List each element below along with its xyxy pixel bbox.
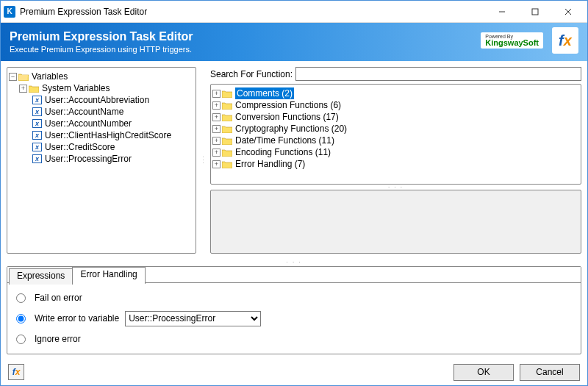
function-category-label: Conversion Functions (17) [235,111,339,123]
folder-icon [222,125,232,133]
radio-fail-label: Fail on error [35,293,82,303]
tree-item[interactable]: xUser::AccountAbbreviation [9,94,194,106]
tree-root-variables[interactable]: − Variables [9,71,194,82]
right-pane: Search For Function: +Comments (2)+Compr… [210,67,581,254]
content-area: − Variables +System VariablesxUser::Acco… [1,61,587,260]
tree-item-label: User::ClientHasHighCreditScore [45,129,171,141]
bottom-tabs: Expressions Error Handling Fail on error… [7,266,581,354]
window-title: Premium Expression Task Editor [20,7,485,17]
tree-item[interactable]: xUser::ProcessingError [9,153,194,165]
svg-rect-1 [532,9,538,15]
expand-icon[interactable]: + [212,149,220,157]
function-category[interactable]: +Encoding Functions (11) [212,146,579,158]
variable-icon: x [32,154,42,163]
cancel-button[interactable]: Cancel [520,364,580,381]
functions-tree[interactable]: +Comments (2)+Compression Functions (6)+… [210,84,581,185]
fx-button[interactable]: fx [8,364,24,380]
search-label: Search For Function: [210,69,293,79]
fx-logo: fx [552,27,578,54]
vertical-splitter[interactable]: ··· [201,67,206,254]
expand-icon[interactable]: + [212,101,220,110]
radio-write-to-variable[interactable]: Write error to variable User::Processing… [16,311,572,326]
variable-icon: x [32,119,42,128]
variable-icon: x [32,96,42,104]
function-category-label: Date/Time Functions (11) [235,135,334,146]
variable-icon: x [32,131,42,140]
radio-ignore-label: Ignore error [35,334,81,344]
folder-icon [222,90,232,98]
folder-icon [29,85,39,93]
window-root: K Premium Expression Task Editor Premium… [0,0,588,386]
expand-icon[interactable]: + [212,137,220,145]
function-category-label: Encoding Functions (11) [235,146,331,158]
powered-by-text: KingswaySoft [485,39,539,47]
function-category[interactable]: +Conversion Functions (17) [212,111,579,123]
tree-item-label: User::ProcessingError [45,153,132,165]
function-category[interactable]: +Compression Functions (6) [212,99,579,111]
function-category[interactable]: +Comments (2) [212,87,579,99]
expand-icon[interactable]: + [212,160,220,168]
radio-ignore-input[interactable] [16,335,26,344]
tree-item-label: User::CreditScore [45,141,115,153]
radio-fail-input[interactable] [16,293,26,303]
radio-ignore-error[interactable]: Ignore error [16,332,572,346]
expand-icon[interactable]: + [212,90,220,98]
collapse-icon[interactable]: − [9,73,17,81]
function-category[interactable]: +Date/Time Functions (11) [212,135,579,146]
tree-root-label: Variables [32,71,68,82]
footer-bar: fx OK Cancel [1,359,587,385]
tree-item[interactable]: xUser::AccountNumber [9,118,194,129]
close-icon [564,8,572,15]
folder-icon [222,149,232,157]
tab-body-error-handling: Fail on error Write error to variable Us… [7,283,581,354]
function-category-label: Error Handling (7) [235,158,305,170]
folder-open-icon [18,73,29,81]
header-banner: Premium Expression Task Editor Execute P… [1,23,587,61]
search-input[interactable] [295,67,581,81]
radio-write-label: Write error to variable [35,313,119,324]
radio-fail-on-error[interactable]: Fail on error [16,290,572,305]
folder-icon [222,160,232,168]
expand-icon[interactable]: + [19,85,27,93]
tree-item[interactable]: xUser::CreditScore [9,141,194,153]
tree-item-label: User::AccountName [45,106,123,118]
tree-item-label: User::AccountNumber [45,118,132,129]
variable-icon: x [32,107,42,116]
maximize-icon [531,8,539,15]
folder-icon [222,101,232,110]
maximize-button[interactable] [518,1,551,22]
expand-icon[interactable]: + [212,113,220,121]
title-bar: K Premium Expression Task Editor [1,1,587,23]
variables-tree[interactable]: − Variables +System VariablesxUser::Acco… [7,67,196,254]
banner-title: Premium Expression Task Editor [10,30,193,43]
variable-icon: x [32,143,42,151]
close-button[interactable] [551,1,584,22]
tab-error-handling[interactable]: Error Handling [72,267,145,284]
error-variable-select[interactable]: User::ProcessingError [125,311,261,326]
function-category[interactable]: +Error Handling (7) [212,158,579,170]
tree-item-label: System Variables [42,82,110,94]
tree-item-label: User::AccountAbbreviation [45,94,149,106]
kingswaysoft-logo: Powered By KingswaySoft [481,32,543,49]
folder-icon [222,113,232,121]
banner-subtitle: Execute Premium Expression using HTTP tr… [10,45,193,54]
minimize-icon [498,8,506,15]
function-category-label: Compression Functions (6) [235,99,341,111]
tab-strip: Expressions Error Handling [7,267,581,283]
radio-write-input[interactable] [16,314,26,324]
tab-expressions[interactable]: Expressions [9,268,73,285]
function-category-label: Comments (2) [235,87,294,99]
function-category-label: Cryptography Functions (20) [235,123,347,135]
app-icon: K [4,6,15,18]
horizontal-splitter-1[interactable]: · · · [210,185,581,190]
preview-pane [210,190,581,254]
ok-button[interactable]: OK [453,364,514,381]
tree-item[interactable]: xUser::AccountName [9,106,194,118]
folder-icon [222,137,232,145]
function-category[interactable]: +Cryptography Functions (20) [212,123,579,135]
tree-item[interactable]: +System Variables [9,82,194,94]
tree-item[interactable]: xUser::ClientHasHighCreditScore [9,129,194,141]
minimize-button[interactable] [485,1,518,22]
horizontal-splitter-2[interactable]: · · · [7,260,581,265]
expand-icon[interactable]: + [212,125,220,133]
